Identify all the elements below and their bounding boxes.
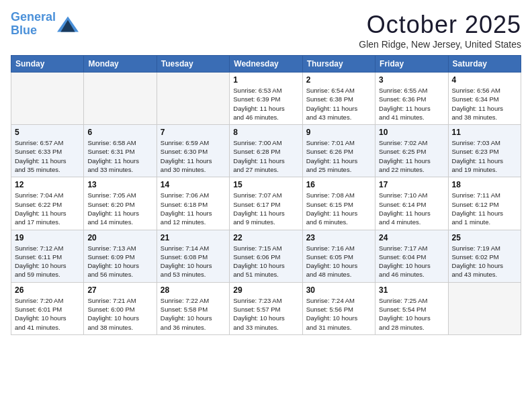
day-info: Sunrise: 6:56 AMSunset: 6:34 PMDaylight:…: [452, 86, 517, 122]
day-number: 29: [233, 285, 298, 295]
day-info-line: Sunset: 6:18 PM: [161, 201, 208, 208]
day-info-line: Sunrise: 6:53 AM: [233, 87, 281, 94]
day-info-line: Sunset: 6:36 PM: [379, 95, 426, 103]
day-info-line: Daylight: 10 hours: [452, 262, 504, 269]
day-info-line: Sunrise: 7:23 AM: [233, 297, 281, 304]
week-row-2: 5Sunrise: 6:57 AMSunset: 6:33 PMDaylight…: [11, 125, 521, 177]
day-number: 9: [306, 128, 371, 137]
week-row-4: 19Sunrise: 7:12 AMSunset: 6:11 PMDayligh…: [11, 230, 521, 282]
day-info: Sunrise: 6:57 AMSunset: 6:33 PMDaylight:…: [15, 138, 80, 174]
day-info-line: and 51 minutes.: [233, 271, 279, 278]
day-cell: 3Sunrise: 6:55 AMSunset: 6:36 PMDaylight…: [375, 73, 448, 125]
day-info-line: Daylight: 11 hours: [452, 210, 504, 217]
calendar-table: SundayMondayTuesdayWednesdayThursdayFrid…: [11, 55, 521, 335]
title-block: October 2025 Glen Ridge, New Jersey, Uni…: [359, 11, 521, 50]
day-info-line: Sunset: 6:15 PM: [306, 201, 353, 208]
day-number: 14: [161, 180, 226, 189]
day-info-line: Sunset: 6:08 PM: [161, 253, 208, 261]
day-info: Sunrise: 7:04 AMSunset: 6:22 PMDaylight:…: [15, 191, 80, 226]
day-info-line: Sunrise: 7:10 AM: [379, 191, 427, 199]
day-info-line: Sunrise: 7:06 AM: [161, 191, 209, 199]
day-info: Sunrise: 7:10 AMSunset: 6:14 PMDaylight:…: [379, 191, 444, 226]
day-info-line: Sunrise: 7:21 AM: [87, 297, 136, 304]
day-info-line: Sunrise: 7:24 AM: [306, 297, 355, 304]
day-info: Sunrise: 7:01 AMSunset: 6:26 PMDaylight:…: [306, 138, 371, 174]
day-info-line: and 53 minutes.: [161, 271, 206, 278]
day-cell: 20Sunrise: 7:13 AMSunset: 6:09 PMDayligh…: [84, 230, 157, 282]
day-info-line: and 35 minutes.: [15, 166, 60, 173]
day-cell: 12Sunrise: 7:04 AMSunset: 6:22 PMDayligh…: [11, 177, 84, 230]
day-info-line: Sunrise: 7:12 AM: [15, 244, 63, 252]
day-info: Sunrise: 7:06 AMSunset: 6:18 PMDaylight:…: [161, 191, 226, 226]
day-info-line: and 1 minute.: [452, 218, 491, 226]
day-info: Sunrise: 6:59 AMSunset: 6:30 PMDaylight:…: [161, 138, 226, 174]
day-number: 10: [379, 128, 444, 137]
day-info-line: Sunset: 6:12 PM: [452, 201, 499, 208]
day-cell: 19Sunrise: 7:12 AMSunset: 6:11 PMDayligh…: [11, 230, 84, 282]
day-cell: 7Sunrise: 6:59 AMSunset: 6:30 PMDaylight…: [157, 125, 229, 177]
day-info-line: Sunrise: 6:55 AM: [379, 87, 427, 94]
day-info-line: Daylight: 10 hours: [233, 314, 285, 322]
day-info-line: Sunset: 5:54 PM: [379, 306, 426, 313]
day-cell: 21Sunrise: 7:14 AMSunset: 6:08 PMDayligh…: [157, 230, 229, 282]
day-cell: 24Sunrise: 7:17 AMSunset: 6:04 PMDayligh…: [375, 230, 448, 282]
day-info-line: Sunrise: 6:57 AM: [15, 139, 63, 146]
day-info-line: and 59 minutes.: [15, 271, 60, 278]
day-info-line: Sunrise: 7:07 AM: [233, 191, 281, 199]
week-row-3: 12Sunrise: 7:04 AMSunset: 6:22 PMDayligh…: [11, 177, 521, 230]
day-info-line: Daylight: 11 hours: [233, 157, 285, 165]
day-cell: 23Sunrise: 7:16 AMSunset: 6:05 PMDayligh…: [302, 230, 375, 282]
day-cell: 1Sunrise: 6:53 AMSunset: 6:39 PMDaylight…: [230, 73, 302, 125]
day-cell: 26Sunrise: 7:20 AMSunset: 6:01 PMDayligh…: [11, 282, 84, 334]
week-row-1: 1Sunrise: 6:53 AMSunset: 6:39 PMDaylight…: [11, 73, 521, 125]
day-cell: 25Sunrise: 7:19 AMSunset: 6:02 PMDayligh…: [448, 230, 521, 282]
day-info-line: Daylight: 11 hours: [15, 210, 66, 217]
day-cell: [157, 73, 229, 125]
day-number: 19: [15, 233, 80, 242]
header-cell-thursday: Thursday: [302, 56, 375, 73]
day-info: Sunrise: 7:12 AMSunset: 6:11 PMDaylight:…: [15, 244, 80, 279]
day-info-line: and 17 minutes.: [15, 218, 60, 226]
day-info-line: Sunset: 6:01 PM: [15, 306, 62, 313]
day-number: 8: [233, 128, 298, 137]
day-info-line: Daylight: 10 hours: [306, 262, 358, 269]
day-info-line: Sunrise: 7:16 AM: [306, 244, 355, 252]
day-info-line: Sunset: 6:11 PM: [15, 253, 62, 261]
day-number: 17: [379, 180, 444, 189]
day-info-line: Sunset: 6:22 PM: [15, 201, 62, 208]
day-number: 23: [306, 233, 371, 242]
day-info-line: Daylight: 11 hours: [306, 157, 358, 165]
day-info-line: Sunrise: 6:58 AM: [87, 139, 136, 146]
day-info-line: Daylight: 10 hours: [233, 262, 285, 269]
day-info-line: Sunrise: 7:00 AM: [233, 139, 281, 146]
day-info-line: Sunrise: 7:02 AM: [379, 139, 427, 146]
day-cell: 18Sunrise: 7:11 AMSunset: 6:12 PMDayligh…: [448, 177, 521, 230]
day-info: Sunrise: 7:03 AMSunset: 6:23 PMDaylight:…: [452, 138, 517, 174]
day-number: 7: [161, 128, 226, 137]
day-info-line: and 41 minutes.: [15, 324, 60, 331]
day-info-line: and 38 minutes.: [452, 113, 498, 121]
day-number: 25: [452, 233, 517, 242]
day-number: 20: [87, 233, 152, 242]
day-info-line: and 41 minutes.: [379, 113, 425, 121]
day-info-line: Sunset: 5:56 PM: [306, 306, 353, 313]
header-cell-wednesday: Wednesday: [230, 56, 302, 73]
day-cell: 6Sunrise: 6:58 AMSunset: 6:31 PMDaylight…: [84, 125, 157, 177]
day-number: 21: [161, 233, 226, 242]
day-cell: 4Sunrise: 6:56 AMSunset: 6:34 PMDaylight…: [448, 73, 521, 125]
day-info: Sunrise: 7:21 AMSunset: 6:00 PMDaylight:…: [87, 296, 152, 332]
day-cell: 15Sunrise: 7:07 AMSunset: 6:17 PMDayligh…: [230, 177, 302, 230]
day-cell: 22Sunrise: 7:15 AMSunset: 6:06 PMDayligh…: [230, 230, 302, 282]
day-cell: 16Sunrise: 7:08 AMSunset: 6:15 PMDayligh…: [302, 177, 375, 230]
page-header: General Blue October 2025 Glen Ridge, Ne…: [11, 11, 521, 50]
day-info-line: Daylight: 11 hours: [161, 210, 212, 217]
day-number: 11: [452, 128, 517, 137]
logo-line2: Blue: [11, 24, 37, 37]
day-info-line: Daylight: 11 hours: [15, 157, 66, 165]
day-info: Sunrise: 7:17 AMSunset: 6:04 PMDaylight:…: [379, 244, 444, 279]
day-info-line: Daylight: 10 hours: [87, 262, 139, 269]
day-info-line: and 46 minutes.: [233, 113, 279, 121]
day-number: 27: [87, 285, 152, 295]
day-info: Sunrise: 7:23 AMSunset: 5:57 PMDaylight:…: [233, 296, 298, 332]
day-info-line: Sunrise: 7:22 AM: [161, 297, 209, 304]
